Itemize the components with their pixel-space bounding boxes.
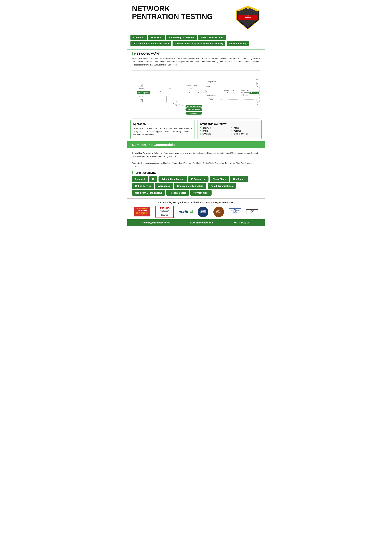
diagram-container: Pre Engagement Requirement Gathering Kic… [132,70,260,118]
svg-text:Type: Type [158,90,161,92]
certinc-badge: certin⇄ [179,209,193,214]
target-tags-row2: Online Service Aerospace Energy & Utilit… [132,183,260,189]
svg-text:Patch Management: Patch Management [188,109,200,111]
cio-award: 20 MOST PROMISING ENTERPRISE INFORMATION… [134,207,150,216]
svg-text:Configuration Review: Configuration Review [187,105,201,107]
certinc-logo: certin⇄ [179,209,193,214]
title-line1: NETWORK [132,5,213,13]
svg-line-68 [179,104,185,106]
svg-text:External: External [169,94,174,96]
india-book-badge: INDIABOOK OFRECORDS [213,207,224,217]
standard-sans: SANS [200,130,228,132]
header-title: NETWORK PENTRATION TESTING [132,5,213,21]
cia-badge: COUNCILOFCIA [246,209,258,214]
svg-text:Commercial Tools: Commercial Tools [207,81,216,82]
bqs-badge: BQSBureau of Quality StandardISO/IEC CER… [229,208,241,215]
tag-ai[interactable]: Artificial Intelligence [159,176,187,182]
target-title: Target Segments [132,171,260,174]
approach-title: Approach [133,123,192,126]
svg-text:Exploitation: Exploitation [242,93,248,95]
svg-text:Testing: Testing [224,91,228,93]
svg-text:Meeting: Meeting [139,97,143,99]
footer-email: contact@briskinfosec.com [142,222,170,224]
tag-healthcare[interactable]: Healthcare [230,176,248,182]
tag-retail[interactable]: Retail Organizations [208,183,236,189]
axelos-partner: STRATEGIC PARTNER [157,214,172,217]
tags-row-2: Infrastructure Security Assessment Netwo… [130,41,262,46]
tag-blockchain[interactable]: Block Chain [210,176,229,182]
duration-para2: Scope Of the security Assessment, Number… [132,161,260,168]
svg-text:</>: </> [210,97,213,98]
title-line2: PENTRATION TESTING [132,13,213,21]
approach-box: Approach BriskInfosec process is tailore… [130,120,195,139]
tag-it[interactable]: IT [149,176,157,182]
tag-nonprofit[interactable]: Non-profit Organizations [132,190,165,196]
footer-locations: US | INDIA | UK [234,222,250,224]
svg-text:Report: Report [256,79,259,80]
tag-network-va[interactable]: Network vulnerability assessment & PT (V… [173,41,225,46]
svg-text:Internal: Internal [169,88,173,90]
cio-badge: 20 MOST PROMISING ENTERPRISE INFORMATION… [134,207,150,216]
svg-text:Services Probe: Services Probe [241,90,249,91]
tag-internal-network[interactable]: Internal Network VA/PT [198,35,226,40]
svg-text:Requirement: Requirement [138,86,145,88]
defence-badge: MINISTRY OFDEFENCECERTIFIED [198,207,208,217]
standard-osstmm: OSSTMM [200,127,228,129]
axelos-subtitle: GLOBAL BEST PRACTICE [157,210,172,213]
standards-box: Standards we follow OSSTMM PTES SANS PCI… [197,120,262,139]
awards-title: Our Awards, Recognition and Affiliations… [132,201,260,204]
svg-text:Reporting: Reporting [251,92,258,94]
network-vapt-body: BriskInfosec Network Vulnerability Asses… [132,57,260,66]
tag-private-public[interactable]: Private/Public [190,190,211,196]
svg-text:Post Exploitation: Post Exploitation [241,95,249,97]
tag-network-pt[interactable]: Network PT [148,35,165,40]
network-vapt-title: NETWORK VA/PT [132,52,260,55]
svg-text:Gathering: Gathering [139,88,144,89]
footer-website: www.briskinfosec.com [190,222,213,224]
svg-text:Tracker: Tracker [256,100,259,102]
tag-telecom[interactable]: Telecom Sector [166,190,189,196]
logo-container: BRISK INFOSEC CYBER TRUST & ASSURANCE [236,5,260,31]
target-section: Target Segments Financial IT Artificial … [127,170,265,198]
standards-grid: OSSTMM PTES SANS PCI DSS ISO27001 NIST S… [200,127,259,135]
approach-standards-row: Approach BriskInfosec process is tailore… [127,120,265,141]
axelos-badge: AXELOS GLOBAL BEST PRACTICE STRATEGIC PA… [155,206,174,218]
defence-text: MINISTRY OFDEFENCECERTIFIED [200,210,207,213]
standard-ptes: PTES [231,127,259,129]
svg-point-93 [257,102,258,104]
svg-text:Technical: Technical [255,80,260,82]
tag-online-service[interactable]: Online Service [132,183,154,189]
svg-text:Information Gathering: Information Gathering [186,85,197,86]
network-vapt-section: NETWORK VA/PT BriskInfosec Network Vulne… [127,49,265,69]
tag-external-pt[interactable]: External PT [130,35,147,40]
svg-text:Security Test: Security Test [173,102,180,104]
svg-point-90 [257,86,258,87]
tag-aerospace[interactable]: Aerospace [155,183,173,189]
duration-text: Below Key Parameters Below Key Parameter… [127,150,265,170]
svg-text:BRISK: BRISK [246,15,250,17]
tags-section: External PT Network PT Vulnerability Ass… [127,33,265,49]
tag-infrastructure[interactable]: Infrastructure Security Assessment [130,41,171,46]
standard-pci: PCI DSS [231,130,259,132]
svg-text:INFOSEC: INFOSEC [245,17,251,19]
awards-section: Our Awards, Recognition and Affiliations… [127,198,265,219]
svg-text:CYBER TRUST & ASSURANCE: CYBER TRUST & ASSURANCE [240,23,256,25]
tag-ecommerce[interactable]: E-Commerce [188,176,209,182]
tag-network-security[interactable]: Network Security [227,41,249,46]
axelos-logo-text: AXELOS [160,207,170,210]
duration-title: Duration and Commercials [132,143,260,147]
standard-nist: NIST SP800 - 115 [231,133,259,135]
tag-energy[interactable]: Energy & Utility Sectors [174,183,206,189]
process-diagram: Pre Engagement Requirement Gathering Kic… [135,74,260,115]
svg-rect-39 [175,104,177,106]
standard-iso: ISO27001 [200,133,228,135]
target-tags-row1: Financial IT Artificial Intelligence E-C… [132,176,260,182]
cia-text: COUNCILOFCIA [250,210,255,213]
india-book-text: INDIABOOK OFRECORDS [216,210,221,213]
tag-financial[interactable]: Financial [132,176,148,182]
tags-row-1: External PT Network PT Vulnerability Ass… [130,35,262,40]
svg-rect-44 [190,87,192,90]
footer: contact@briskinfosec.com www.briskinfose… [127,219,265,226]
tag-vulnerability-assessment[interactable]: Vulnerability Assessment [166,35,197,40]
svg-text:Exploit Research: Exploit Research [241,91,249,93]
